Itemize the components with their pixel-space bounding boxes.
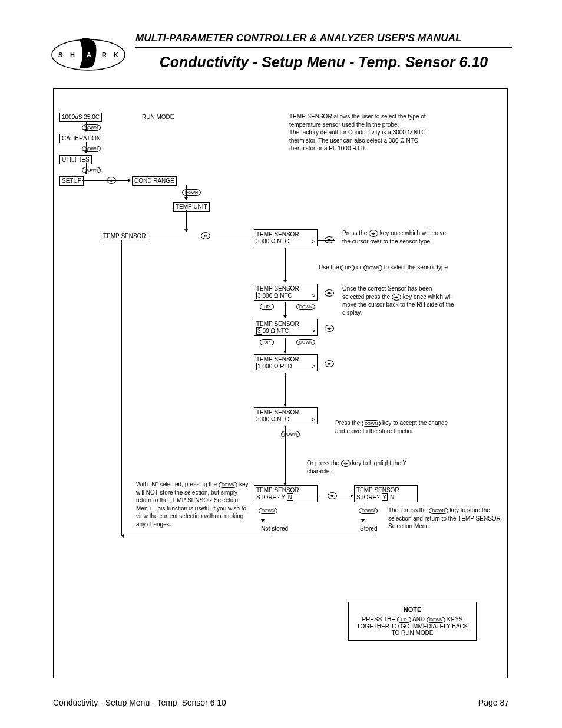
down-key-icon: DOWN	[359, 508, 378, 514]
instr-then-store: Then press the DOWN key to store the sel…	[388, 506, 506, 531]
svg-text:R: R	[102, 51, 107, 58]
content-frame: TEMP SENSOR allows the user to select th…	[53, 88, 508, 678]
down-key-icon: DOWN	[362, 420, 381, 427]
down-key-icon: DOWN	[296, 339, 315, 345]
note-title: NOTE	[353, 606, 471, 614]
instr-n-not-stored: With "N" selected, pressing the DOWN key…	[136, 480, 251, 528]
screen-sensor-3: TEMP SENSOR 300 Ω NTC>	[254, 319, 318, 336]
enter-key-icon: ◂▸	[201, 232, 210, 239]
enter-key-icon: ◂▸	[325, 360, 334, 367]
setup-box: SETUP	[59, 176, 84, 186]
enter-key-icon: ◂▸	[369, 230, 378, 237]
down-key-icon: DOWN	[219, 482, 237, 488]
manual-title: MULTI-PARAMETER CONTROLLER & ANALYZER US…	[135, 32, 512, 48]
footer-right: Page 87	[478, 698, 509, 707]
page-footer: Conductivity - Setup Menu - Temp. Sensor…	[53, 698, 509, 707]
svg-text:H: H	[70, 51, 75, 58]
stored-label: Stored	[360, 525, 377, 532]
enter-key-icon: ◂▸	[328, 492, 337, 499]
down-key-icon: DOWN	[82, 167, 101, 173]
screen-sensor-2: TEMP SENSOR 3000 Ω NTC>	[254, 284, 318, 301]
enter-key-icon: ◂▸	[107, 177, 116, 184]
page-title: Conductivity - Setup Menu - Temp. Sensor…	[135, 54, 512, 71]
screen-store-y: TEMP SENSOR STORE? Y N	[354, 485, 418, 502]
up-key-icon: UP	[397, 617, 411, 623]
note-text: PRESS THE UP AND DOWN KEYS TOGETHER TO G…	[353, 616, 471, 637]
down-key-icon: DOWN	[296, 304, 315, 310]
run-display-box: 1000uS 25.0C	[59, 113, 102, 122]
instr-or-press-y: Or press the ◂▸ key to highlight the Y c…	[307, 459, 425, 475]
screen-sensor-5: TEMP SENSOR 3000 Ω NTC>	[254, 407, 318, 424]
enter-key-icon: ◂▸	[325, 236, 334, 243]
not-stored-label: Not stored	[261, 525, 288, 532]
temp-unit-box: TEMP UNIT	[173, 202, 210, 212]
instr-use-updown: Use the UP or DOWN to select the sensor …	[319, 263, 448, 272]
down-key-icon: DOWN	[259, 508, 277, 514]
enter-key-icon: ◂▸	[325, 325, 334, 332]
down-key-icon: DOWN	[363, 265, 382, 271]
note-box: NOTE PRESS THE UP AND DOWN KEYS TOGETHER…	[348, 602, 477, 641]
svg-text:S: S	[58, 51, 62, 58]
temp-sensor-nav-box: TEMP SENSOR	[101, 232, 148, 241]
footer-left: Conductivity - Setup Menu - Temp. Sensor…	[53, 698, 226, 707]
down-key-icon: DOWN	[82, 146, 101, 152]
run-mode-label: RUN MODE	[142, 114, 174, 121]
instr-press-down-store: Press the DOWN key to accept the change …	[335, 419, 459, 435]
enter-key-icon: ◂▸	[392, 294, 401, 301]
up-key-icon: UP	[340, 265, 355, 271]
calibration-box: CALIBRATION	[59, 134, 103, 143]
down-key-icon: DOWN	[82, 124, 101, 131]
svg-text:A: A	[87, 51, 91, 58]
screen-sensor-4: TEMP SENSOR 1000 Ω RTD>	[254, 354, 318, 371]
intro-p1: TEMP SENSOR allows the user to select th…	[289, 113, 426, 128]
screen-store-n: TEMP SENSOR STORE? Y N	[254, 485, 318, 502]
cond-range-box: COND RANGE	[132, 176, 177, 186]
enter-key-icon: ◂▸	[341, 460, 351, 467]
intro-p2: The factory default for Conductivity is …	[289, 129, 425, 151]
down-key-icon: DOWN	[429, 508, 448, 514]
svg-text:K: K	[114, 51, 118, 58]
screen-sensor-1: TEMP SENSOR 3000 Ω NTC>	[254, 229, 318, 246]
down-key-icon: DOWN	[281, 431, 300, 437]
enter-key-icon: ◂▸	[325, 289, 334, 297]
down-key-icon: DOWN	[182, 189, 201, 196]
shark-logo: S H A R K	[50, 31, 127, 73]
utilities-box: UTILITIES	[59, 155, 92, 164]
instr-press-cursor: Press the ◂▸ key once which will move th…	[342, 229, 448, 245]
intro-text: TEMP SENSOR allows the user to select th…	[289, 113, 442, 153]
instr-once-selected: Once the correct Sensor has been selecte…	[342, 285, 454, 317]
down-key-icon: DOWN	[427, 617, 445, 623]
up-key-icon: UP	[260, 304, 274, 310]
up-key-icon: UP	[260, 339, 274, 345]
